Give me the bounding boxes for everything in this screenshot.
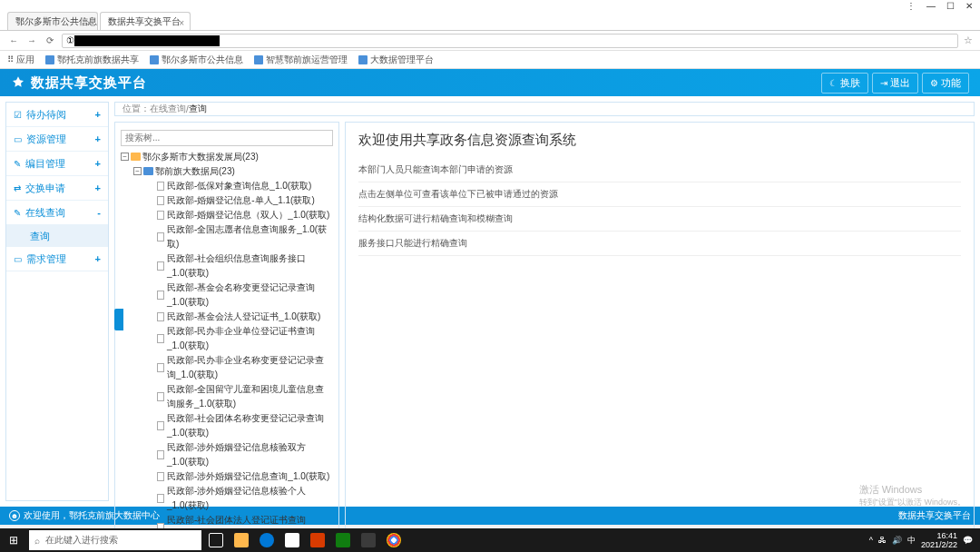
browser-tab[interactable]: 数据共享交换平台 ×	[100, 12, 191, 30]
tree-leaf[interactable]: 民政部-全国留守儿童和困境儿童信息查询服务_1.0(获取)	[146, 382, 333, 411]
header-action-button[interactable]: ⚙功能	[922, 73, 969, 94]
expand-toggle-icon[interactable]: +	[95, 158, 101, 169]
tree-leaf-label: 民政部-基金会名称变更登记记录查询_1.0(获取)	[167, 281, 333, 310]
bookmark-label: 智慧鄂前旗运营管理	[266, 54, 348, 66]
taskbar-apps	[203, 528, 407, 552]
url-input[interactable]: ①	[62, 34, 958, 48]
expand-toggle-icon[interactable]: +	[95, 133, 101, 144]
task-view-icon[interactable]	[203, 528, 229, 552]
bookmark-item[interactable]: 大数据管理平台	[358, 54, 434, 66]
expand-toggle-icon[interactable]: +	[95, 109, 101, 120]
tray-volume-icon[interactable]: 🔊	[892, 536, 902, 545]
tray-network-icon[interactable]: 🖧	[878, 536, 887, 545]
start-button[interactable]: ⊞	[0, 528, 27, 552]
tree-leaf[interactable]: 民政部-社会组织信息查询服务接口_1.0(获取)	[146, 251, 333, 281]
tree-leaf[interactable]: 民政部-涉外婚姻登记信息查询_1.0(获取)	[146, 469, 333, 484]
tree-leaf[interactable]: 民政部-婚姻登记信息-单人_1.1(获取)	[146, 193, 333, 208]
close-icon[interactable]: ×	[86, 15, 92, 30]
tree-leaf[interactable]: 民政部-全国志愿者信息查询服务_1.0(获取)	[146, 222, 333, 251]
sidebar-item[interactable]: ⇄交换申请+	[6, 176, 108, 201]
sidebar-collapse-handle[interactable]	[114, 309, 123, 330]
tree-leaf[interactable]: 民政部-基金会名称变更登记记录查询_1.0(获取)	[146, 281, 333, 310]
tree-node[interactable]: −鄂前旗大数据局(23)	[133, 164, 333, 179]
taskbar-search-placeholder: 在此键入进行搜索	[45, 534, 118, 547]
tree-leaf[interactable]: 民政部-低保对象查询信息_1.0(获取)	[146, 179, 333, 193]
file-icon	[157, 312, 164, 321]
watermark-line1: 激活 Windows	[859, 483, 965, 496]
back-button[interactable]: ←	[7, 34, 20, 47]
edge-icon[interactable]	[254, 528, 279, 552]
app-icon[interactable]	[330, 528, 356, 552]
settings-icon[interactable]: ⋮	[906, 1, 916, 11]
app-icon[interactable]	[356, 528, 381, 552]
folder-icon	[143, 167, 153, 175]
tree-leaf[interactable]: 民政部-基金会法人登记证书_1.0(获取)	[146, 310, 333, 324]
tree-node[interactable]: −鄂尔多斯市大数据发展局(23)	[121, 150, 333, 164]
sidebar-item[interactable]: ✎在线查询-	[6, 201, 108, 225]
forward-button[interactable]: →	[25, 34, 38, 47]
tree-leaf-label: 民政部-涉外婚姻登记信息查询_1.0(获取)	[167, 469, 329, 484]
window-titlebar: ⋮ — ☐ ✕	[0, 0, 980, 11]
tray-clock[interactable]: 16:41 2021/2/22	[921, 531, 957, 549]
breadcrumb-path[interactable]: 在线查询	[150, 103, 186, 115]
tree-leaf[interactable]: 民政部-婚姻登记信息（双人）_1.0(获取)	[146, 208, 333, 222]
sidebar-icon: ☑	[14, 110, 22, 120]
file-icon	[157, 211, 164, 220]
tree-leaf-label: 民政部-全国留守儿童和困境儿童信息查询服务_1.0(获取)	[167, 382, 333, 411]
file-icon	[157, 196, 164, 205]
file-icon	[157, 232, 164, 242]
app-body: ☑待办待阅+▭资源管理+✎编目管理+⇄交换申请+✎在线查询-查询▭需求管理+ 位…	[0, 96, 980, 507]
sidebar-item[interactable]: ▭需求管理+	[6, 247, 108, 271]
bookmark-item[interactable]: 智慧鄂前旗运营管理	[254, 54, 348, 66]
header-action-button[interactable]: ⇥退出	[872, 73, 918, 94]
tree-leaf[interactable]: 民政部-涉外婚姻登记信息核验双方_1.0(获取)	[146, 440, 333, 469]
store-icon[interactable]	[279, 528, 305, 552]
bookmark-item[interactable]: 鄂尔多斯市公共信息	[150, 54, 243, 66]
browser-tabs: 鄂尔多斯市公共信息平台 × 数据共享交换平台 ×	[0, 11, 980, 31]
sidebar-label: 待办待阅	[26, 108, 66, 122]
search-icon: ⌕	[34, 536, 40, 546]
taskbar-search[interactable]: ⌕ 在此键入进行搜索	[29, 530, 201, 550]
notification-icon[interactable]: 💬	[963, 536, 973, 545]
sidebar-item[interactable]: ✎编目管理+	[6, 152, 108, 176]
tree-leaf[interactable]: 民政部-涉外婚姻登记信息核验个人_1.0(获取)	[146, 484, 333, 513]
bookmark-star-icon[interactable]: ☆	[964, 34, 973, 46]
expand-toggle-icon[interactable]: -	[97, 207, 101, 218]
sidebar-subitem[interactable]: 查询	[6, 225, 108, 247]
tree-leaf-label: 民政部-涉外婚姻登记信息核验双方_1.0(获取)	[167, 440, 333, 469]
tree-leaf[interactable]: 民政部-民办非企业名称变更登记记录查询_1.0(获取)	[146, 353, 333, 382]
expand-toggle-icon[interactable]: +	[95, 253, 101, 264]
app-icon[interactable]	[305, 528, 330, 552]
explorer-icon[interactable]	[229, 528, 254, 552]
sidebar-item[interactable]: ☑待办待阅+	[6, 103, 108, 127]
window-maximize[interactable]: ☐	[946, 1, 955, 11]
browser-tab[interactable]: 鄂尔多斯市公共信息平台 ×	[7, 12, 98, 30]
expand-toggle-icon[interactable]: +	[95, 182, 101, 193]
breadcrumb-current: 查询	[189, 103, 207, 115]
bookmark-item[interactable]: 鄂托克前旗数据共享	[45, 54, 139, 66]
welcome-line: 点击左侧单位可查看该单位下已被申请通过的资源	[358, 182, 961, 207]
tree-leaf-label: 民政部-全国志愿者信息查询服务_1.0(获取)	[167, 222, 333, 251]
window-minimize[interactable]: —	[926, 1, 936, 11]
tree-search-input[interactable]	[121, 130, 333, 146]
tray-chevron-icon[interactable]: ^	[869, 536, 873, 545]
reload-button[interactable]: ⟳	[44, 34, 56, 47]
watermark-line2: 转到"设置"以激活 Windows。	[859, 496, 965, 508]
close-icon[interactable]: ×	[179, 15, 184, 30]
sidebar-item[interactable]: ▭资源管理+	[6, 127, 108, 152]
tree-leaf[interactable]: 民政部-民办非企业单位登记证书查询_1.0(获取)	[146, 324, 333, 353]
collapse-icon[interactable]: −	[121, 153, 129, 161]
window-close[interactable]: ✕	[965, 1, 973, 11]
welcome-line: 本部门人员只能查询本部门申请的资源	[358, 158, 961, 182]
tree-leaf-label: 民政部-涉外婚姻登记信息核验个人_1.0(获取)	[167, 484, 333, 513]
collapse-icon[interactable]: −	[133, 167, 142, 175]
sidebar-icon: ▭	[14, 254, 22, 264]
action-label: 功能	[941, 76, 961, 90]
apps-button[interactable]: ⠿ 应用	[7, 54, 34, 66]
tree-leaf[interactable]: 民政部-社会团体名称变更登记记录查询_1.0(获取)	[146, 411, 333, 440]
windows-watermark: 激活 Windows 转到"设置"以激活 Windows。	[859, 483, 965, 508]
tree-leaf-label: 民政部-民办非企业名称变更登记记录查询_1.0(获取)	[167, 353, 333, 382]
chrome-icon[interactable]	[381, 528, 407, 552]
tray-ime[interactable]: 中	[907, 535, 916, 547]
header-action-button[interactable]: ☾换肤	[821, 73, 868, 94]
